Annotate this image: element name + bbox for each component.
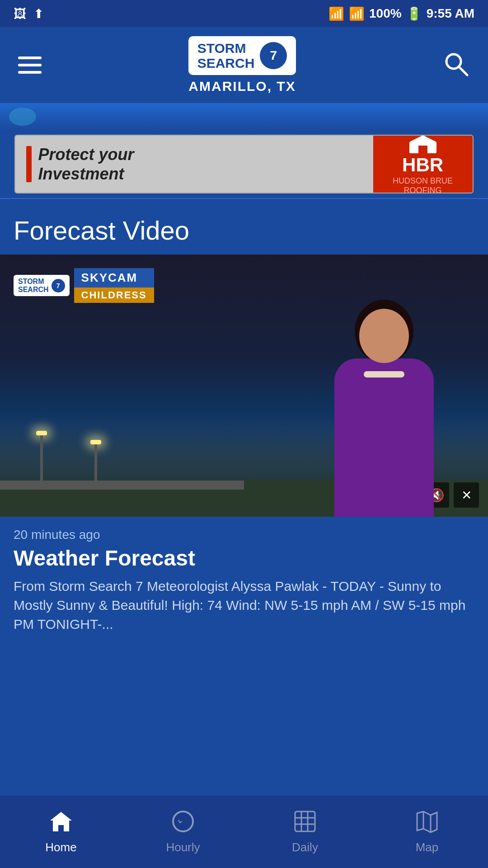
section-title: Forecast Video: [14, 215, 474, 245]
video-title: Weather Forecast: [14, 546, 474, 571]
ad-brand-name: HBR: [402, 156, 443, 175]
home-label: Home: [45, 840, 76, 854]
hourly-icon: [171, 810, 195, 837]
svg-marker-13: [417, 811, 437, 832]
road: [0, 481, 244, 490]
app-header: STORM SEARCH 7 AMARILLO, TX: [0, 27, 488, 103]
svg-rect-4: [418, 146, 427, 153]
svg-marker-7: [178, 820, 183, 823]
top-image-strip: [0, 103, 488, 130]
logo-text-storm: STORM: [197, 41, 255, 56]
time-display: 9:55 AM: [427, 6, 474, 21]
skycam-title-text: SKYCAM: [74, 268, 154, 288]
nav-item-home[interactable]: Home: [0, 805, 122, 859]
ad-brand-sub: HUDSON BRUE ROOFING: [373, 176, 473, 193]
ad-brand-block: HBR HUDSON BRUE ROOFING: [373, 135, 473, 193]
home-icon: [49, 810, 73, 837]
upload-icon: ⬆: [33, 6, 44, 21]
ad-text: Protect your Investment: [38, 145, 134, 184]
bottom-navigation: Home Hourly Daily: [0, 796, 488, 868]
hourly-label: Hourly: [166, 840, 200, 854]
skycam-logo-circle: 7: [52, 279, 65, 292]
video-description: From Storm Search 7 Meteorologist Alyssa…: [14, 577, 474, 634]
skycam-text: SKYCAM CHILDRESS: [74, 268, 154, 303]
battery-percent: 100%: [369, 6, 402, 21]
close-button[interactable]: ✕: [454, 482, 479, 508]
hbr-logo-icon: [407, 135, 439, 156]
location-label: AMARILLO, TX: [188, 79, 296, 94]
status-icons-left: 🖼 ⬆: [14, 6, 44, 21]
svg-marker-3: [409, 135, 436, 142]
skycam-logo: STORM SEARCH 7: [14, 275, 70, 296]
app-logo: STORM SEARCH 7 AMARILLO, TX: [188, 36, 296, 94]
nav-item-map[interactable]: Map: [366, 805, 488, 859]
nav-item-daily[interactable]: Daily: [244, 805, 366, 859]
search-button[interactable]: [443, 51, 470, 80]
daily-label: Daily: [292, 840, 318, 854]
svg-line-1: [459, 66, 467, 75]
video-info-block: 20 minutes ago Weather Forecast From Sto…: [0, 517, 488, 645]
signal-icon: 📶: [349, 6, 365, 21]
section-divider: [0, 198, 488, 199]
forecast-video-section: Forecast Video: [0, 202, 488, 245]
status-icons-right: 📶 📶 100% 🔋 9:55 AM: [328, 6, 474, 21]
ad-red-bar: [26, 146, 32, 182]
nav-item-hourly[interactable]: Hourly: [122, 805, 244, 859]
logo-text-search: SEARCH: [197, 56, 255, 71]
video-timestamp: 20 minutes ago: [14, 528, 474, 542]
photo-icon: 🖼: [14, 6, 26, 21]
daily-icon: [293, 810, 317, 837]
video-background: STORM SEARCH 7 SKYCAM CHILDRESS: [0, 255, 488, 517]
wifi-icon: 📶: [328, 6, 344, 21]
status-bar: 🖼 ⬆ 📶 📶 100% 🔋 9:55 AM: [0, 0, 488, 27]
battery-icon: 🔋: [406, 6, 422, 21]
advertisement-banner[interactable]: Protect your Investment HBR HUDSON BRUE …: [14, 135, 473, 193]
map-icon: [415, 810, 439, 837]
map-label: Map: [416, 840, 439, 854]
logo-box: STORM SEARCH 7: [188, 36, 296, 75]
video-player[interactable]: STORM SEARCH 7 SKYCAM CHILDRESS: [0, 255, 488, 517]
ad-left-content: Protect your Investment: [15, 136, 373, 193]
svg-marker-5: [50, 812, 72, 831]
logo-number: 7: [260, 42, 287, 69]
menu-button[interactable]: [18, 57, 42, 74]
skycam-location-text: CHILDRESS: [74, 288, 154, 303]
svg-rect-8: [295, 811, 315, 831]
skycam-overlay: STORM SEARCH 7 SKYCAM CHILDRESS: [14, 268, 154, 303]
